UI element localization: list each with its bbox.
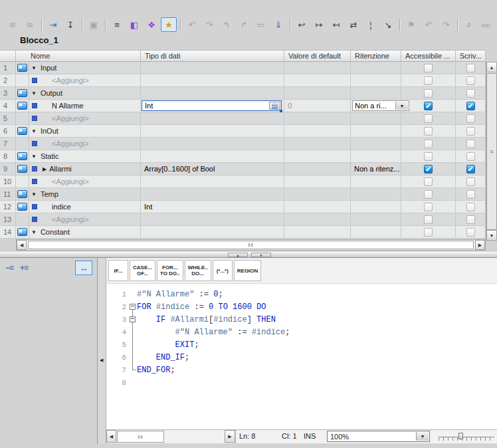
table-row[interactable]: 4N AllarmeInt▤0Non a ri...▼✔✔ bbox=[0, 100, 486, 112]
insert-row-icon[interactable]: ⇥ bbox=[45, 17, 61, 32]
datatype-cell[interactable] bbox=[141, 150, 284, 162]
datatype-cell[interactable] bbox=[141, 188, 284, 200]
zoom-slider[interactable] bbox=[439, 432, 494, 441]
default-value-cell[interactable] bbox=[284, 150, 351, 162]
default-value-cell[interactable] bbox=[284, 163, 351, 175]
writable-checkbox[interactable] bbox=[466, 76, 475, 85]
insert-network-icon[interactable]: ≋ bbox=[5, 17, 21, 32]
row-number-cell[interactable]: 2 bbox=[0, 74, 16, 86]
default-value-cell[interactable] bbox=[284, 74, 351, 86]
table-row[interactable]: 7<Aggiungi> bbox=[0, 138, 486, 150]
splitter-collapse-down-button[interactable]: ▼ bbox=[251, 253, 271, 257]
datatype-cell[interactable] bbox=[141, 226, 284, 238]
name-cell[interactable]: ▼Static bbox=[29, 150, 141, 162]
default-value-cell[interactable] bbox=[284, 226, 351, 238]
default-value-cell[interactable] bbox=[284, 213, 351, 225]
next-bookmark-icon[interactable]: ↷ bbox=[438, 17, 454, 32]
writable-checkbox[interactable]: ✔ bbox=[466, 165, 475, 173]
absolute-operands-icon[interactable]: ≡ bbox=[109, 17, 125, 32]
rename-plc-tag-icon[interactable]: ❖ bbox=[144, 17, 159, 32]
name-cell[interactable]: ▼Output bbox=[29, 87, 141, 99]
table-row[interactable]: 6▼InOut bbox=[0, 125, 486, 138]
accessible-checkbox[interactable]: ✔ bbox=[424, 165, 433, 173]
retention-cell[interactable] bbox=[351, 125, 401, 137]
row-number-cell[interactable]: 3 bbox=[0, 87, 16, 99]
snippet-while-do-button[interactable]: WHILE..DO... bbox=[185, 260, 211, 281]
table-vertical-scrollbar[interactable]: ▲ ≡ ▼ bbox=[486, 62, 497, 241]
default-value-cell[interactable] bbox=[284, 175, 351, 187]
retention-combobox[interactable]: Non a ri...▼ bbox=[352, 100, 409, 111]
chevron-down-icon[interactable]: ▼ bbox=[395, 102, 408, 110]
row-number-cell[interactable]: 10 bbox=[0, 175, 16, 187]
redo-call-icon[interactable]: ↷ bbox=[201, 17, 217, 32]
retention-cell[interactable]: Non a ri...▼ bbox=[351, 100, 401, 112]
chevron-down-icon[interactable]: ▼ bbox=[416, 432, 429, 441]
accessible-checkbox[interactable] bbox=[424, 89, 433, 98]
name-cell[interactable]: <Aggiungi> bbox=[29, 138, 141, 150]
writable-checkbox[interactable] bbox=[466, 89, 475, 98]
writable-checkbox[interactable] bbox=[466, 190, 475, 199]
accessible-checkbox[interactable] bbox=[424, 177, 433, 186]
code-line[interactable]: 4 #"N Allarme" := #indice; bbox=[106, 326, 497, 338]
code-area[interactable]: 1#"N Allarme" := 0;2−FOR #indice := 0 TO… bbox=[106, 284, 497, 429]
table-row[interactable]: 12indiceInt bbox=[0, 201, 486, 213]
code-line[interactable]: 5 EXIT; bbox=[106, 338, 497, 351]
favorites-toggle-icon[interactable]: ★ bbox=[161, 17, 177, 32]
name-cell[interactable]: <Aggiungi> bbox=[29, 74, 141, 86]
name-cell[interactable]: <Aggiungi> bbox=[29, 112, 141, 124]
scroll-right-button[interactable]: ▶ bbox=[475, 240, 485, 250]
writable-checkbox[interactable] bbox=[466, 177, 475, 186]
expand-all-icon[interactable]: +≡ bbox=[20, 263, 28, 273]
set-bookmark-icon[interactable]: ⚑ bbox=[403, 17, 419, 32]
auto-format-icon[interactable]: ⇄ bbox=[346, 17, 361, 32]
vertical-scroll-thumb[interactable]: ≡ bbox=[486, 73, 497, 230]
name-cell[interactable]: N Allarme bbox=[29, 100, 141, 112]
pane-splitter[interactable]: ▲ ▼ bbox=[0, 252, 497, 258]
horizontal-scroll-thumb[interactable]: ‖‖ bbox=[28, 241, 474, 249]
snippet-if-button[interactable]: IF... bbox=[108, 260, 128, 281]
retention-cell[interactable] bbox=[351, 188, 401, 200]
zoom-slider-thumb[interactable] bbox=[458, 433, 463, 439]
table-row[interactable]: 2<Aggiungi> bbox=[0, 74, 486, 87]
scroll-left-button[interactable]: ◀ bbox=[17, 240, 27, 250]
paste-rows-icon[interactable]: ▣ bbox=[86, 17, 102, 32]
datatype-cell[interactable]: Int▤ bbox=[141, 100, 284, 112]
retention-cell[interactable] bbox=[351, 150, 401, 162]
download-call-icon[interactable]: ↱ bbox=[236, 17, 252, 32]
prev-bookmark-icon[interactable]: ↶ bbox=[421, 17, 437, 32]
table-row[interactable]: 13<Aggiungi> bbox=[0, 213, 486, 226]
delete-branch-icon[interactable]: ↘ bbox=[380, 17, 396, 32]
code-line[interactable]: 2−FOR #indice := 0 TO 1600 DO bbox=[106, 300, 497, 313]
row-number-cell[interactable]: 5 bbox=[0, 112, 16, 124]
indent-icon[interactable]: ↦ bbox=[311, 17, 327, 32]
default-value-cell[interactable] bbox=[284, 87, 351, 99]
name-cell[interactable]: <Aggiungi> bbox=[29, 213, 141, 225]
insert-comment-network-icon[interactable]: ≋ bbox=[22, 17, 38, 32]
snippet-region-button[interactable]: REGION bbox=[234, 260, 262, 281]
code-horizontal-scrollbar[interactable]: ◀ ‖‖ ▶ bbox=[106, 430, 236, 443]
writable-checkbox[interactable]: ✔ bbox=[466, 102, 475, 110]
insert-line-icon[interactable]: ¦ bbox=[363, 17, 379, 32]
panel-collapse-strip[interactable]: ◀ bbox=[98, 258, 106, 444]
accessible-checkbox[interactable] bbox=[424, 140, 433, 148]
snippet-comment-button[interactable]: (*...*) bbox=[213, 260, 233, 281]
splitter-collapse-up-button[interactable]: ▲ bbox=[228, 253, 248, 257]
writable-checkbox[interactable] bbox=[466, 152, 475, 161]
insert-structure-icon[interactable]: ⇓ bbox=[270, 17, 286, 32]
horizontal-scroll-thumb[interactable]: ‖‖ bbox=[117, 431, 164, 443]
accessible-checkbox[interactable] bbox=[424, 203, 433, 211]
outdent-icon[interactable]: ↤ bbox=[328, 17, 344, 32]
table-row[interactable]: 1▼Input bbox=[0, 62, 486, 74]
search-icon[interactable]: ⌕ bbox=[461, 17, 477, 32]
table-row[interactable]: 9▶AllarmiArray[0..1600] of BoolNon a rit… bbox=[0, 163, 486, 175]
datatype-cell[interactable] bbox=[141, 74, 284, 86]
row-number-cell[interactable]: 13 bbox=[0, 213, 16, 225]
insert-plc-tag-icon[interactable]: ◧ bbox=[126, 17, 142, 32]
accessible-checkbox[interactable] bbox=[424, 114, 433, 123]
name-cell[interactable]: ▼InOut bbox=[29, 125, 141, 137]
table-row[interactable]: 3▼Output bbox=[0, 87, 486, 100]
row-number-cell[interactable]: 9 bbox=[0, 163, 16, 175]
default-value-cell[interactable] bbox=[284, 125, 351, 137]
table-horizontal-scrollbar[interactable]: ◀ ‖‖ ▶ bbox=[16, 239, 486, 251]
row-number-cell[interactable]: 4 bbox=[0, 100, 16, 112]
